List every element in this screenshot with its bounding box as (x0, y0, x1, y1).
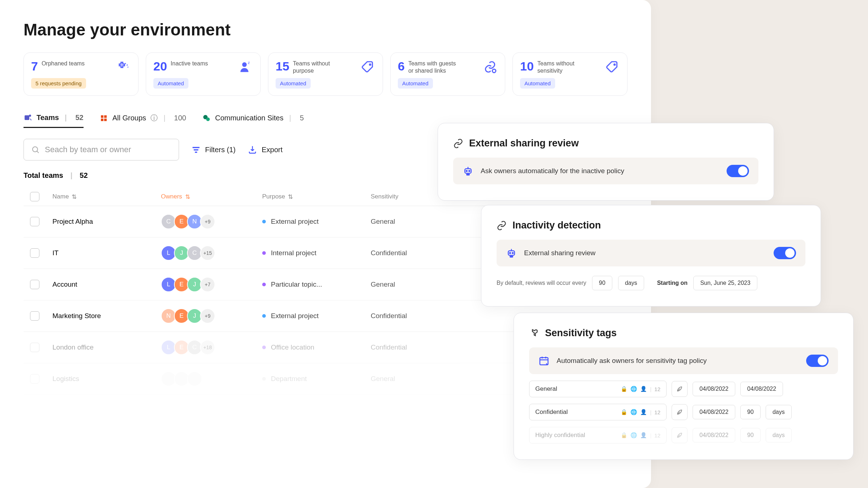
date-input[interactable]: 04/08/2022 (693, 405, 735, 419)
svg-line-10 (37, 151, 39, 153)
export-button[interactable]: Export (248, 145, 282, 154)
tab-teams[interactable]: Teams | 52 (24, 113, 84, 128)
purpose-cell: Office location (262, 343, 371, 351)
search-icon (31, 145, 40, 154)
stat-badge: Automated (276, 78, 311, 89)
purpose-cell: External project (262, 312, 371, 320)
sensitivity-cell: General (371, 218, 443, 226)
panel-header: Inactivity detection (497, 220, 805, 231)
tag-action-button[interactable] (672, 404, 688, 420)
tab-communication-sites[interactable]: Communication Sites | 5 (202, 113, 304, 128)
stat-card[interactable]: 20 Inactive teams z Automated (146, 52, 261, 96)
svg-point-8 (206, 117, 210, 121)
globe-icon: 🌐 (630, 432, 637, 438)
tag-name: Highly confidential (535, 432, 585, 439)
stat-card[interactable]: 7 Orphaned teams 5 requests pending (24, 52, 139, 96)
tag-mini-icons: 🔒 🌐 👤 | 12 (621, 432, 660, 438)
leaf-icon (676, 432, 683, 439)
search-input[interactable] (45, 145, 171, 154)
stat-badge: Automated (153, 78, 188, 89)
svg-text:z: z (248, 60, 250, 65)
avatar-overflow[interactable]: +7 (200, 277, 215, 292)
row-checkbox[interactable] (30, 311, 39, 321)
stat-label: Teams with guests or shared links (408, 59, 463, 74)
sharepoint-icon (202, 114, 211, 123)
svg-rect-13 (195, 151, 197, 153)
interval-value-input[interactable]: 90 (592, 276, 612, 290)
tag-action-button[interactable] (672, 427, 688, 443)
policy-toggle[interactable] (774, 247, 796, 259)
tag-name-box[interactable]: Confidential 🔒 🌐 👤 | 12 (529, 404, 667, 420)
search-box[interactable] (24, 139, 179, 160)
leaf-icon (676, 385, 683, 393)
column-sensitivity[interactable]: Sensitivity (371, 192, 443, 201)
svg-rect-23 (510, 256, 513, 257)
row-checkbox[interactable] (30, 248, 39, 258)
starting-date-input[interactable]: Sun, June 25, 2023 (693, 276, 757, 290)
date-input[interactable]: 04/08/2022 (740, 382, 783, 396)
stat-card[interactable]: 6 Teams with guests or shared links Auto… (390, 52, 505, 96)
purpose-dot-icon (262, 314, 266, 318)
svg-rect-5 (25, 115, 29, 120)
stat-cards-row: 7 Orphaned teams 5 requests pending 20 I… (24, 52, 627, 96)
column-owners[interactable]: Owners ⇅ (161, 192, 262, 201)
stat-card[interactable]: 15 Teams without purpose Automated (268, 52, 383, 96)
page-title: Manage your environment (24, 20, 627, 39)
row-checkbox[interactable] (30, 343, 39, 352)
panel-header: Sensitivity tags (529, 328, 838, 339)
owners-avatars: NEJ +9 (161, 308, 262, 324)
filters-button[interactable]: Filters (1) (191, 145, 235, 154)
svg-point-2 (370, 64, 371, 65)
interval-value-input[interactable]: 90 (740, 405, 761, 419)
stat-icon: z (238, 59, 253, 74)
interval-unit[interactable]: days (766, 428, 792, 442)
policy-toggle[interactable] (806, 355, 829, 367)
interval-unit[interactable]: days (618, 276, 644, 290)
tab-label: Teams (37, 114, 59, 122)
interval-value-input[interactable]: 90 (740, 428, 761, 442)
link-icon (453, 138, 463, 149)
date-input[interactable]: 04/08/2022 (693, 428, 735, 442)
tab-all-groups[interactable]: All Groups ⓘ | 100 (99, 113, 186, 128)
policy-banner: Ask owners automatically for the inactiv… (453, 158, 758, 184)
row-checkbox[interactable] (30, 217, 39, 226)
avatar-overflow[interactable]: +9 (200, 308, 215, 324)
person-icon: 👤 (640, 432, 647, 438)
avatar-overflow[interactable]: +9 (200, 214, 215, 229)
svg-point-9 (33, 147, 38, 152)
filter-icon (191, 145, 201, 154)
avatar (187, 371, 202, 386)
stat-icon (116, 59, 131, 74)
row-checkbox[interactable] (30, 280, 39, 289)
avatar-overflow[interactable]: +15 (200, 245, 215, 261)
starting-label: Starting on (657, 280, 688, 286)
svg-point-21 (512, 253, 513, 254)
date-input[interactable]: 04/08/2022 (693, 382, 735, 396)
stat-icon (482, 59, 498, 74)
robot-icon (463, 166, 473, 176)
purpose-cell: Internal project (262, 249, 371, 257)
tag-name-box[interactable]: General 🔒 🌐 👤 | 12 (529, 381, 667, 397)
column-name[interactable]: Name ⇅ (52, 192, 161, 201)
interval-unit[interactable]: days (766, 405, 792, 419)
policy-banner: Automatically ask owners for sensitivity… (529, 347, 838, 374)
tag-name: Confidential (535, 408, 568, 416)
row-checkbox[interactable] (30, 374, 39, 384)
column-purpose[interactable]: Purpose ⇅ (262, 192, 371, 201)
export-icon (248, 145, 257, 154)
stat-card[interactable]: 10 Teams without sensitivity Automated (512, 52, 627, 96)
stat-badge: 5 requests pending (31, 78, 86, 89)
tag-name-box[interactable]: Highly confidential 🔒 🌐 👤 | 12 (529, 427, 667, 444)
stat-label: Teams without purpose (293, 59, 347, 74)
link-icon (497, 221, 507, 231)
svg-point-20 (510, 253, 511, 254)
policy-toggle[interactable] (727, 165, 749, 177)
interval-prefix: By default, reviews will occur every (497, 280, 586, 286)
svg-point-4 (614, 64, 615, 65)
sensitivity-cell: Confidential (371, 312, 443, 320)
select-all-checkbox[interactable] (30, 192, 39, 201)
stat-label: Orphaned teams (42, 59, 85, 67)
avatar-overflow[interactable]: +18 (200, 340, 215, 355)
sensitivity-panel: Sensitivity tags Automatically ask owner… (514, 313, 854, 460)
tag-action-button[interactable] (672, 381, 688, 397)
